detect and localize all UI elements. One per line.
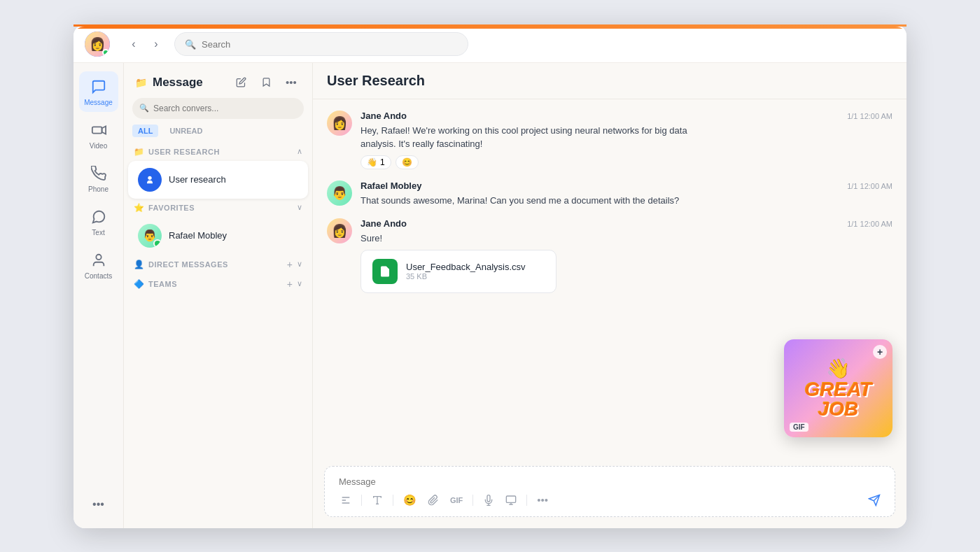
gif-badge: GIF xyxy=(790,423,808,432)
jane-avatar-msg3: 👩 xyxy=(327,218,352,243)
file-info: User_Feedback_Analysis.csv 35 KB xyxy=(406,262,526,281)
conv-search-box[interactable]: 🔍 xyxy=(132,98,304,119)
compose-button[interactable] xyxy=(231,73,251,92)
add-dm-button[interactable]: + xyxy=(287,259,293,270)
conv-item-user-research[interactable]: User research xyxy=(128,161,308,199)
conv-search: 🔍 xyxy=(124,98,312,125)
svg-point-2 xyxy=(96,254,101,259)
svg-rect-6 xyxy=(507,496,516,502)
conv-name-rafael: Rafael Mobley xyxy=(169,230,298,241)
msg3-content: Jane Ando 1/1 12:00 AM Sure! User_Feedba… xyxy=(360,218,892,293)
sidebar-item-more[interactable]: ••• xyxy=(79,489,118,520)
chat-header: User Research xyxy=(313,63,906,99)
filter-all[interactable]: ALL xyxy=(132,125,158,137)
more-toolbar-button[interactable]: ••• xyxy=(536,493,550,507)
message-row: 👩 Jane Ando 1/1 12:00 AM Sure! xyxy=(327,218,892,293)
video-icon xyxy=(89,120,108,140)
sidebar-item-message[interactable]: Message xyxy=(79,71,118,112)
msg1-time: 1/1 12:00 AM xyxy=(847,112,892,120)
sidebar-item-phone[interactable]: Phone xyxy=(79,158,118,199)
conv-item-rafael[interactable]: 👨 Rafael Mobley xyxy=(128,217,308,255)
section-direct-messages[interactable]: 👤 DIRECT MESSAGES + ∨ xyxy=(124,255,312,274)
chat-main: User Research 👩 Jane Ando 1/1 12:00 AM H… xyxy=(313,63,906,528)
section-user-research-label: USER RESEARCH xyxy=(148,148,293,156)
video-label: Video xyxy=(90,142,107,150)
gif-emoji: 👋 xyxy=(805,357,872,380)
conv-search-input[interactable] xyxy=(153,104,297,113)
svg-rect-0 xyxy=(92,127,102,133)
toolbar-divider-4 xyxy=(526,495,527,506)
msg2-meta: Rafael Mobley 1/1 12:00 AM xyxy=(360,181,892,191)
top-bar: 👩 ‹ › 🔍 xyxy=(74,27,906,63)
chevron-up-icon: ∧ xyxy=(297,147,302,156)
chat-title: User Research xyxy=(327,73,425,88)
forward-button[interactable]: › xyxy=(146,34,166,54)
contacts-icon xyxy=(89,250,108,270)
sidebar-item-video[interactable]: Video xyxy=(79,115,118,155)
chat-input-area: 😊 GIF ••• xyxy=(324,466,895,517)
global-search-input[interactable] xyxy=(202,39,458,50)
emoji-button[interactable]: 😊 xyxy=(402,493,418,508)
screen-share-button[interactable] xyxy=(504,493,518,507)
svg-marker-1 xyxy=(102,126,106,134)
conv-header-icons: ••• xyxy=(231,73,301,92)
section-favorites[interactable]: ⭐ FAVORITES ∨ xyxy=(124,199,312,217)
chevron-down-icon-dm: ∨ xyxy=(297,260,302,269)
add-team-button[interactable]: + xyxy=(287,278,293,290)
gif-button[interactable]: GIF xyxy=(449,495,464,506)
text-icon xyxy=(89,207,108,227)
section-favorites-label: FAVORITES xyxy=(148,204,293,212)
bookmark-button[interactable] xyxy=(256,73,276,92)
message-input[interactable] xyxy=(339,476,881,487)
text-label: Text xyxy=(92,229,104,236)
filter-tabs: ALL UNREAD xyxy=(124,125,312,143)
message-row: 👨 Rafael Mobley 1/1 12:00 AM That sounds… xyxy=(327,181,892,208)
section-teams[interactable]: 🔷 TEAMS + ∨ xyxy=(124,274,312,294)
reaction-wave[interactable]: 👋 1 xyxy=(360,155,391,169)
msg1-text: Hey, Rafael! We're working on this cool … xyxy=(360,124,724,151)
send-button[interactable] xyxy=(868,494,881,507)
conv-search-icon: 🔍 xyxy=(139,104,149,113)
section-teams-label: TEAMS xyxy=(148,280,283,288)
section-user-research[interactable]: 📁 USER RESEARCH ∧ xyxy=(124,143,312,161)
toolbar-divider xyxy=(361,495,362,506)
conv-header: 📁 Message ••• xyxy=(124,63,312,98)
toolbar-divider-2 xyxy=(393,495,393,506)
main-layout: Message Video Phone Text xyxy=(74,63,906,528)
phone-label: Phone xyxy=(88,185,108,193)
sidebar-item-contacts[interactable]: Contacts xyxy=(79,245,118,285)
msg2-sender: Rafael Mobley xyxy=(360,181,421,191)
msg1-content: Jane Ando 1/1 12:00 AM Hey, Rafael! We'r… xyxy=(360,111,892,169)
filter-unread[interactable]: UNREAD xyxy=(164,125,208,137)
msg3-meta: Jane Ando 1/1 12:00 AM xyxy=(360,218,892,229)
format-button[interactable] xyxy=(339,493,353,507)
file-attachment[interactable]: User_Feedback_Analysis.csv 35 KB xyxy=(360,250,556,293)
attach-button[interactable] xyxy=(426,493,440,507)
user-avatar[interactable]: 👩 xyxy=(85,31,110,57)
star-icon: ⭐ xyxy=(134,203,144,213)
msg2-content: Rafael Mobley 1/1 12:00 AM That sounds a… xyxy=(360,181,892,208)
gif-plus-button[interactable]: + xyxy=(873,345,887,359)
reaction-smile[interactable]: 😊 xyxy=(396,155,419,169)
chevron-down-icon: ∨ xyxy=(297,203,302,212)
gif-popup[interactable]: 👋 GREAT JOB GIF + xyxy=(784,339,892,437)
phone-icon xyxy=(89,164,108,183)
side-nav: Message Video Phone Text xyxy=(74,63,124,528)
audio-button[interactable] xyxy=(482,493,496,507)
conversations-panel: 📁 Message ••• 🔍 xyxy=(124,63,313,528)
rafael-avatar: 👨 xyxy=(138,224,162,248)
user-research-avatar xyxy=(138,168,162,192)
text-format-button[interactable] xyxy=(370,493,384,507)
msg3-text: Sure! xyxy=(360,232,724,246)
msg1-reactions: 👋 1 😊 xyxy=(360,155,892,169)
msg1-meta: Jane Ando 1/1 12:00 AM xyxy=(360,111,892,121)
sidebar-item-text[interactable]: Text xyxy=(79,201,118,242)
global-search-bar[interactable]: 🔍 xyxy=(174,32,468,56)
online-indicator xyxy=(102,49,109,56)
toolbar-divider-3 xyxy=(472,495,473,506)
back-button[interactable]: ‹ xyxy=(124,34,144,54)
message-label: Message xyxy=(84,99,113,106)
conv-name-user-research: User research xyxy=(169,174,298,185)
more-options-button[interactable]: ••• xyxy=(281,73,301,92)
more-icon: ••• xyxy=(89,495,108,514)
